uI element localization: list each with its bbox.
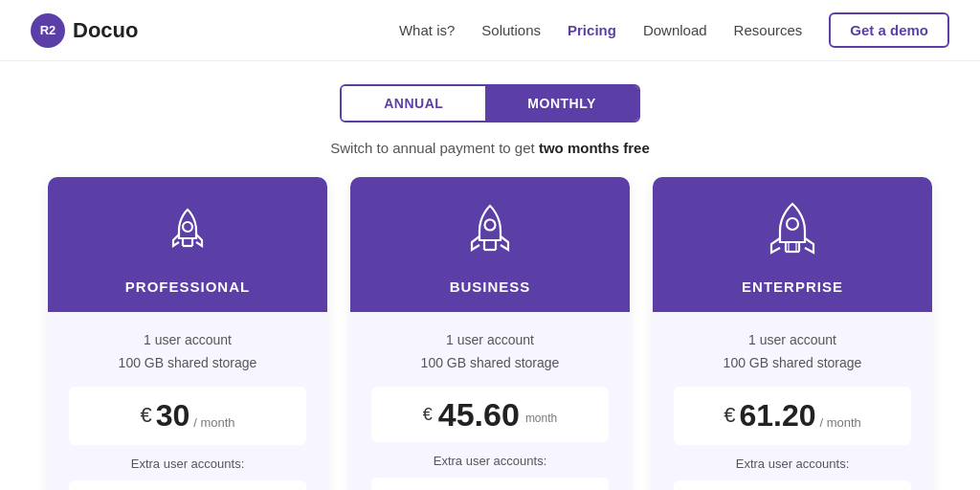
nav-download[interactable]: Download <box>643 22 707 38</box>
nav-pricing[interactable]: Pricing <box>568 22 616 38</box>
enterprise-card-header: ENTERPRISE <box>653 177 932 312</box>
enterprise-amount: 61.20 <box>739 398 815 434</box>
monthly-toggle-button[interactable]: MONTHLY <box>485 86 637 121</box>
nav-solutions[interactable]: Solutions <box>481 22 541 38</box>
svg-point-0 <box>183 222 192 232</box>
annual-toggle-button[interactable]: ANNUAL <box>342 86 485 121</box>
logo-icon: R2 <box>31 13 65 48</box>
enterprise-price-block: € 61.20 / month <box>674 387 911 445</box>
rocket-medium-icon <box>457 198 523 269</box>
header: R2 Docuo What is? Solutions Pricing Down… <box>0 0 980 61</box>
professional-currency: € <box>140 403 151 428</box>
professional-price-block: € 30 / month <box>69 387 306 445</box>
subtitle-highlight: two months free <box>539 140 650 156</box>
enterprise-card-body: 1 user account 100 GB shared storage € 6… <box>653 312 932 490</box>
enterprise-card-title: ENTERPRISE <box>742 278 843 295</box>
business-extra-amount: 10.80 <box>447 487 500 490</box>
professional-period: / month <box>193 415 234 434</box>
nav-resources[interactable]: Resources <box>734 22 803 38</box>
business-card-title: BUSINESS <box>450 278 531 295</box>
business-feature: 1 user account 100 GB shared storage <box>371 329 609 375</box>
business-amount: 45.60 <box>438 398 520 431</box>
logo-text: Docuo <box>73 18 138 43</box>
rocket-small-icon <box>154 198 221 269</box>
business-card: BUSINESS 1 user account 100 GB shared st… <box>350 177 630 490</box>
business-card-body: 1 user account 100 GB shared storage € 4… <box>350 312 630 490</box>
pricing-subtitle: Switch to annual payment to get two mont… <box>31 140 949 156</box>
professional-price-main: € 30 / month <box>84 398 291 434</box>
enterprise-currency: € <box>724 403 735 428</box>
enterprise-extra-label: Extra user accounts: <box>674 457 911 471</box>
enterprise-extra-price: € 14.40 / month per extra +1 user <box>674 480 911 490</box>
svg-point-2 <box>787 218 798 230</box>
rocket-large-icon <box>759 198 826 269</box>
pricing-cards: PROFESSIONAL 1 user account 100 GB share… <box>31 177 949 490</box>
professional-card-body: 1 user account 100 GB shared storage € 3… <box>48 312 327 490</box>
business-price-main: € 45.60 month <box>387 398 593 431</box>
enterprise-price-main: € 61.20 / month <box>689 398 896 434</box>
professional-card: PROFESSIONAL 1 user account 100 GB share… <box>48 177 327 490</box>
business-extra-price: € 10.80 / month <box>371 478 609 490</box>
get-demo-button[interactable]: Get a demo <box>829 12 949 48</box>
business-period: month <box>525 411 557 431</box>
logo: R2 Docuo <box>31 13 138 48</box>
business-price-block: € 45.60 month <box>371 387 609 442</box>
enterprise-feature: 1 user account 100 GB shared storage <box>674 329 911 375</box>
professional-amount: 30 <box>156 398 190 434</box>
business-card-header: BUSINESS <box>350 177 630 312</box>
billing-toggle-container: ANNUAL MONTHLY <box>31 84 949 122</box>
business-extra-price-row: € 10.80 / month <box>385 487 595 490</box>
billing-toggle: ANNUAL MONTHLY <box>340 84 640 122</box>
business-currency: € <box>423 405 433 431</box>
professional-card-header: PROFESSIONAL <box>48 177 327 312</box>
professional-extra-label: Extra user accounts: <box>69 457 306 471</box>
enterprise-card: ENTERPRISE 1 user account 100 GB shared … <box>653 177 932 490</box>
svg-point-1 <box>485 220 496 231</box>
business-extra-label: Extra user accounts: <box>371 454 609 468</box>
main-content: ANNUAL MONTHLY Switch to annual payment … <box>0 61 980 490</box>
nav-what-is[interactable]: What is? <box>399 22 455 38</box>
professional-card-title: PROFESSIONAL <box>125 278 250 295</box>
main-nav: What is? Solutions Pricing Download Reso… <box>399 12 949 48</box>
enterprise-period: / month <box>819 415 860 434</box>
professional-feature: 1 user account 100 GB shared storage <box>69 329 306 375</box>
professional-extra-price: € 7.20 / month per extra +1 user up to 5… <box>69 480 306 490</box>
